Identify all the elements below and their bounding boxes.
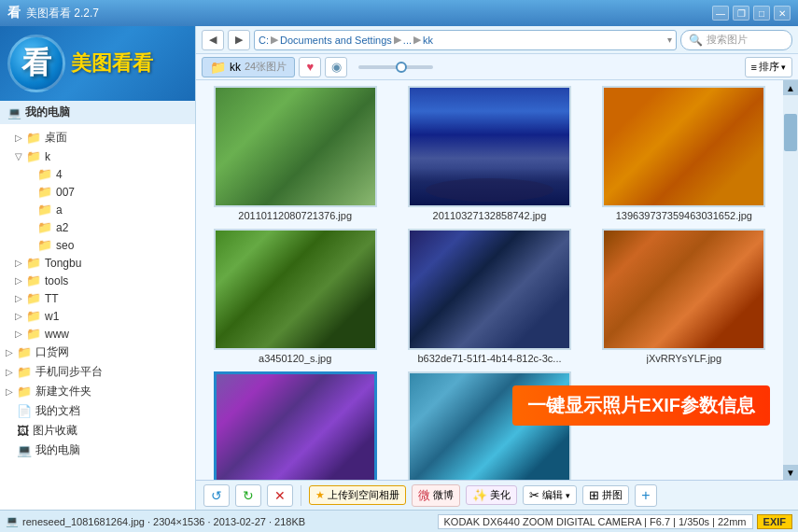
thumbnail-item[interactable]: 20110112080721376.jpg — [202, 86, 388, 221]
thumbnail-image — [408, 229, 571, 350]
sidebar-item-www[interactable]: ▷ 📁 www — [0, 325, 195, 343]
sidebar-item-label: 桌面 — [45, 130, 67, 146]
thumbnail-label: a3450120_s.jpg — [259, 353, 331, 364]
view-button[interactable]: ◉ — [325, 57, 347, 77]
sort-lines-icon: ≡ — [751, 62, 757, 73]
favorite-button[interactable]: ♥ — [299, 57, 321, 77]
sidebar-item-tt[interactable]: ▷ 📁 TT — [0, 289, 195, 307]
scroll-thumb[interactable] — [784, 114, 797, 151]
folder-icon: 📁 — [26, 149, 41, 163]
sidebar-item-pictures[interactable]: 🖼 图片收藏 — [0, 421, 195, 441]
weibo-button[interactable]: 微 微博 — [412, 484, 460, 507]
toggle-icon: ▷ — [6, 386, 15, 397]
add-button[interactable]: + — [635, 484, 657, 507]
star-icon: ★ — [315, 489, 325, 501]
folder-icon: 📁 — [37, 220, 52, 234]
sidebar-item-007[interactable]: 📁 007 — [0, 183, 195, 201]
sidebar-item-my-docs[interactable]: 📄 我的文档 — [0, 401, 195, 421]
sidebar-item-w1[interactable]: ▷ 📁 w1 — [0, 307, 195, 325]
refresh2-button[interactable]: ↻ — [235, 484, 261, 507]
slider-thumb — [396, 62, 407, 73]
refresh2-icon: ↻ — [243, 488, 254, 503]
address-bar[interactable]: C: ▶ Documents and Settings ▶ ... ▶ kk ▾ — [254, 30, 677, 50]
toggle-icon: ▷ — [15, 293, 24, 303]
search-placeholder: 搜索图片 — [707, 33, 784, 47]
scroll-down-button[interactable]: ▼ — [783, 465, 798, 480]
address-path2: ... — [403, 35, 412, 46]
thumbnail-item[interactable]: b632de71-51f1-4b14-812c-3c... — [396, 229, 582, 364]
nav-toolbar: ◀ ▶ C: ▶ Documents and Settings ▶ ... ▶ … — [196, 26, 798, 54]
puzzle-icon: ⊞ — [589, 488, 599, 502]
minimize-button[interactable]: — — [712, 6, 729, 21]
main-container: 看 美图看看 💻 我的电脑 ▷ 📁 桌面 ▽ 📁 k 📁 4 — [0, 26, 798, 510]
restore-button[interactable]: ❐ — [733, 6, 749, 21]
sidebar-item-desktop[interactable]: ▷ 📁 桌面 — [0, 128, 195, 147]
back-button[interactable]: ◀ — [202, 30, 224, 50]
weibo-icon: 微 — [418, 487, 430, 504]
sidebar-item-a[interactable]: 📁 a — [0, 201, 195, 218]
close-image-button[interactable]: ✕ — [267, 484, 293, 507]
beautify-label: 美化 — [490, 488, 511, 502]
sidebar-item-sync[interactable]: ▷ 📁 手机同步平台 — [0, 362, 195, 382]
upload-label: 上传到空间相册 — [328, 488, 399, 502]
current-folder-button[interactable]: 📁 kk 24张图片 — [202, 57, 295, 77]
toggle-icon: ▽ — [15, 151, 24, 161]
folder-icon: 📁 — [210, 60, 226, 75]
address-path3: kk — [423, 35, 433, 46]
bottom-toolbar: ↺ ↻ ✕ ★ 上传到空间相册 微 微博 ✨ 美化 ✂ — [196, 480, 798, 510]
beautify-button[interactable]: ✨ 美化 — [466, 485, 517, 505]
folder-icon: 📁 — [37, 203, 52, 217]
sidebar-item-label: TT — [45, 292, 59, 305]
thumbnail-item[interactable]: 139639737359463031652.jpg — [591, 86, 777, 221]
scroll-up-button[interactable]: ▲ — [783, 80, 798, 95]
sort-button[interactable]: ≡ 排序 ▾ — [745, 57, 792, 77]
scrollbar[interactable]: ▲ ▼ — [783, 80, 798, 480]
sidebar-item-tools[interactable]: ▷ 📁 tools — [0, 272, 195, 289]
folder-icon: 📁 — [17, 385, 32, 399]
search-bar[interactable]: 🔍 搜索图片 — [680, 30, 792, 50]
edit-button[interactable]: ✂ 编辑 ▾ — [523, 485, 577, 505]
thumbnail-label: 20110327132858742.jpg — [433, 210, 547, 221]
sidebar-item-my-computer[interactable]: 💻 我的电脑 — [0, 441, 195, 460]
thumbnail-image-selected — [214, 371, 377, 480]
sidebar-item-kouhuo[interactable]: ▷ 📁 口货网 — [0, 343, 195, 362]
scissors-icon: ✂ — [529, 488, 539, 502]
sidebar-computer-header: 💻 我的电脑 — [0, 101, 195, 124]
sidebar-item-tongbu[interactable]: ▷ 📁 Tongbu — [0, 254, 195, 272]
puzzle-button[interactable]: ⊞ 拼图 — [582, 485, 629, 505]
thumbnail-item[interactable]: jXvRRYsYLF.jpg — [591, 229, 777, 364]
status-app-icon: 💻 — [6, 515, 19, 527]
sidebar-item-label: w1 — [45, 310, 59, 323]
size-slider[interactable] — [358, 65, 433, 69]
sidebar-item-label: seo — [56, 239, 74, 252]
sidebar-item-seo[interactable]: 📁 seo — [0, 236, 195, 254]
weibo-label: 微博 — [433, 488, 454, 502]
exif-banner-text: 一键显示照片EXIF参数信息 — [527, 395, 755, 415]
sidebar-item-new-folder[interactable]: ▷ 📁 新建文件夹 — [0, 382, 195, 401]
maximize-button[interactable]: □ — [753, 6, 770, 21]
sidebar-item-a2[interactable]: 📁 a2 — [0, 218, 195, 236]
close-icon: ✕ — [274, 488, 286, 503]
refresh-button[interactable]: ↺ — [203, 484, 230, 507]
address-drive: C: — [259, 35, 269, 46]
exif-button[interactable]: EXIF — [757, 514, 792, 529]
forward-button[interactable]: ▶ — [228, 30, 250, 50]
sidebar-item-label: 图片收藏 — [33, 423, 77, 439]
status-bar: 💻 reneseed_1081681264.jpg · 2304×1536 · … — [0, 510, 798, 532]
thumbnail-item[interactable]: a3450120_s.jpg — [202, 229, 388, 364]
sidebar-item-label: 007 — [56, 186, 75, 199]
thumbnail-item[interactable]: reneseed_1081681264.jpg — [202, 371, 388, 480]
logo-circle: 看 — [7, 35, 65, 92]
folder-icon: 📁 — [26, 291, 41, 305]
title-icon: 看 — [7, 5, 21, 21]
logo-area: 看 美图看看 — [0, 26, 195, 101]
sidebar-item-k[interactable]: ▽ 📁 k — [0, 147, 195, 165]
thumbnail-label: jXvRRYsYLF.jpg — [647, 353, 722, 364]
sidebar-item-4[interactable]: 📁 4 — [0, 165, 195, 183]
computer-icon: 💻 — [7, 106, 21, 119]
sidebar-item-label: Tongbu — [45, 257, 81, 270]
close-button[interactable]: ✕ — [774, 6, 791, 21]
thumbnail-item[interactable]: 20110327132858742.jpg — [396, 86, 582, 221]
upload-button[interactable]: ★ 上传到空间相册 — [309, 485, 406, 505]
thumbnail-label: b632de71-51f1-4b14-812c-3c... — [417, 353, 561, 364]
